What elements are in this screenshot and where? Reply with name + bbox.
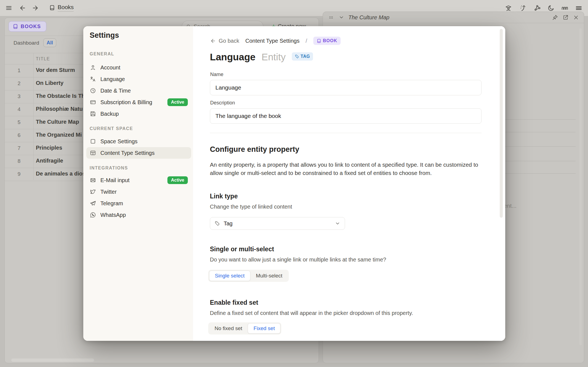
back-arrow-icon (210, 38, 216, 44)
active-badge: Active (167, 98, 188, 106)
section-label-current-space: CURRENT SPACE (90, 126, 133, 131)
section-label-general: GENERAL (90, 52, 114, 56)
fixed-set-option[interactable]: Fixed set (248, 323, 280, 334)
save-icon (90, 110, 96, 117)
back-arrow-icon[interactable] (18, 4, 27, 12)
multi-select-option[interactable]: Multi-select (250, 271, 288, 281)
whatsapp-icon (90, 212, 96, 218)
sidebar-item-twitter[interactable]: Twitter (86, 186, 191, 198)
entity-title-row: Language Entity TAG (210, 52, 313, 63)
drag-handle-icon[interactable] (327, 14, 335, 21)
mail-icon (90, 177, 96, 184)
book-icon (317, 39, 321, 43)
table-header-title[interactable]: TITLE (36, 56, 50, 61)
content-type-badge-label: BOOK (323, 38, 337, 43)
link-type-subtext: Change the type of linked content (210, 204, 292, 210)
forward-arrow-icon[interactable] (31, 4, 40, 12)
settings-title: Settings (90, 31, 119, 40)
column-divider (33, 53, 34, 180)
no-fixed-set-option[interactable]: No fixed set (209, 323, 248, 334)
description-label: Description (210, 100, 235, 106)
sidebar-item-label: Content Type Settings (100, 150, 154, 156)
sidebar-item-label: E-Mail input (100, 177, 130, 184)
name-input[interactable] (210, 80, 482, 95)
sidebar-item-label: Date & Time (100, 88, 131, 94)
sidebar-item-label: Twitter (100, 189, 117, 195)
sidebar-item-space-settings[interactable]: Space Settings (86, 136, 191, 147)
modal-scrollbar[interactable] (500, 29, 503, 218)
link-type-dropdown[interactable]: Tag (210, 217, 345, 230)
translate-icon (90, 76, 96, 82)
sidebar-item-backup[interactable]: Backup (86, 108, 191, 120)
horizontal-scrollbar[interactable] (11, 358, 94, 362)
window-tab-title[interactable]: Books (49, 4, 74, 12)
name-label: Name (210, 72, 223, 77)
sidebar-item-date-time[interactable]: Date & Time (86, 85, 191, 96)
row-number: 2 (5, 80, 33, 87)
description-input[interactable] (210, 108, 482, 124)
section-label-integrations: INTEGRATIONS (90, 166, 128, 171)
space-button-label: BOOKS (21, 24, 41, 29)
configure-heading: Configure entity property (210, 145, 299, 154)
chevron-down-icon (335, 221, 340, 226)
link-type-heading: Link type (210, 193, 238, 200)
content-type-badge[interactable]: BOOK (313, 37, 341, 45)
telegram-icon (90, 200, 96, 207)
settings-content: Go back Content Type Settings / BOOK Lan… (193, 26, 505, 341)
preview-header: The Culture Map (323, 12, 584, 23)
pin-icon[interactable] (551, 14, 558, 21)
tag-type-badge[interactable]: TAG (292, 52, 313, 61)
sidebar-item-whatsapp[interactable]: WhatsApp (86, 209, 191, 221)
fixed-set-segmented-control: No fixed set Fixed set (208, 322, 281, 334)
row-number: 3 (5, 93, 33, 99)
entity-name-heading: Language (210, 52, 255, 63)
credit-card-icon (90, 99, 96, 106)
sidebar-item-label: Account (100, 64, 120, 71)
entity-kind-label: Entity (261, 52, 286, 63)
open-in-new-icon[interactable] (562, 14, 569, 21)
go-back-label: Go back (219, 38, 239, 44)
row-number: 6 (5, 132, 33, 138)
sidebar-item-label: Telegram (100, 200, 123, 207)
tabs-icon[interactable] (560, 4, 569, 12)
space-button-books[interactable]: BOOKS (9, 21, 46, 32)
menu-icon[interactable] (4, 4, 13, 12)
tag-icon (215, 221, 220, 226)
single-select-option[interactable]: Single select (209, 271, 250, 281)
settings-sidebar: Settings GENERAL Account Language Date &… (83, 26, 193, 341)
select-mode-segmented-control: Single select Multi-select (208, 270, 289, 282)
breadcrumb: Go back Content Type Settings / BOOK (210, 37, 341, 45)
sidebar-item-account[interactable]: Account (86, 62, 191, 73)
sidebar-menu-icon[interactable] (574, 4, 583, 12)
ai-sparkle-icon[interactable] (519, 4, 528, 12)
graph-icon[interactable] (533, 4, 542, 12)
chevron-down-icon[interactable] (338, 14, 345, 21)
sidebar-item-subscription-billing[interactable]: Subscription & Billing Active (86, 96, 191, 108)
sidebar-item-telegram[interactable]: Telegram (86, 198, 191, 209)
close-icon[interactable] (572, 14, 579, 21)
preview-title[interactable]: The Culture Map (348, 14, 389, 21)
sidebar-item-label: Subscription & Billing (100, 99, 152, 106)
go-back-button[interactable]: Go back (210, 38, 239, 44)
breadcrumb-path[interactable]: Content Type Settings (245, 38, 299, 44)
tag-type-badge-label: TAG (301, 54, 310, 59)
table-icon (90, 150, 96, 156)
sidebar-item-label: Backup (100, 111, 119, 117)
tab-title-label: Books (58, 4, 74, 12)
dashboard-label[interactable]: Dashboard (14, 40, 39, 46)
vertical-scrollbar[interactable] (579, 28, 582, 345)
row-number: 7 (5, 145, 33, 151)
row-number: 4 (5, 106, 33, 112)
configure-description: An entity property, is a property that a… (210, 161, 482, 177)
book-icon (13, 24, 18, 29)
select-mode-subtext: Do you want to allow just a single link … (210, 257, 386, 263)
sidebar-item-content-type-settings[interactable]: Content Type Settings (86, 147, 191, 159)
sidebar-item-label: Language (100, 76, 125, 82)
graduation-member-icon[interactable] (504, 4, 513, 12)
sidebar-item-email-input[interactable]: E-Mail input Active (86, 174, 191, 186)
active-badge: Active (167, 176, 188, 184)
sidebar-item-language[interactable]: Language (86, 73, 191, 85)
dark-mode-moon-icon[interactable] (546, 4, 555, 12)
filter-all-button[interactable]: All (43, 38, 56, 47)
row-number: 5 (5, 119, 33, 125)
